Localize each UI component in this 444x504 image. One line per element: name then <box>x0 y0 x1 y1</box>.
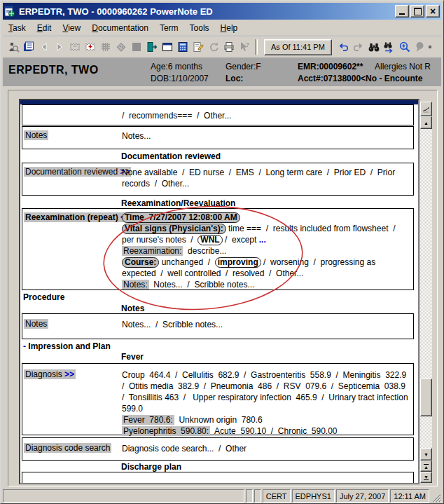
partial-bottom-row <box>22 472 414 484</box>
status-bar: CERT EDPHYS1 July 27, 2007 12:11 AM <box>3 488 441 503</box>
scroll-down-button[interactable]: ▼ <box>420 448 432 461</box>
window-title: ERPEDTR, TWO - 0000960262 PowerNote ED <box>19 6 394 17</box>
wnl-term[interactable]: WNL <box>197 235 222 245</box>
documentation-reviewed-term[interactable]: Documentation reviewed >> <box>24 167 131 177</box>
patient-allergies: Allergies Not R <box>375 62 431 71</box>
menu-documentation[interactable]: Documentation <box>86 22 154 34</box>
reexamination-term[interactable]: Reexamination (repeat) << <box>24 212 132 222</box>
notes-options-2[interactable]: Notes... / Scribble notes... <box>122 320 223 329</box>
improving-term[interactable]: improving <box>215 257 261 268</box>
notes-options[interactable]: Notes... <box>122 131 151 141</box>
patient-age: Age:6 months <box>151 62 202 71</box>
fever-key[interactable]: Fever 780.6: <box>122 415 174 425</box>
menu-help[interactable]: Help <box>215 22 244 34</box>
diagnosis-code-search-term[interactable]: Diagnosis code search <box>24 443 111 453</box>
maximize-button[interactable] <box>410 5 424 18</box>
forms-icon <box>113 39 129 55</box>
menu-tools[interactable]: Tools <box>184 22 215 34</box>
notes-term-2[interactable]: Notes <box>24 319 48 329</box>
document-area: / recommends=== / Other... Notes Notes..… <box>19 99 419 484</box>
vital-signs-term[interactable]: Vital signs (Physician's): <box>122 224 226 234</box>
close-button[interactable]: × <box>426 5 440 18</box>
patient-account: Acct#:07138000<No - Encounte <box>298 74 422 83</box>
toolbar-separator <box>255 39 258 55</box>
document-scrollbar: ▲ ▼ ▲ ▼ <box>420 102 432 483</box>
jump-to-top-button[interactable]: ▲ <box>420 461 432 472</box>
undo-icon[interactable] <box>335 39 351 55</box>
course-options-1[interactable]: unchanged / <box>159 257 214 267</box>
calculator-icon[interactable] <box>175 39 190 55</box>
scrollbar-thumb[interactable] <box>420 379 432 416</box>
scroll-up-button[interactable]: ▲ <box>420 116 432 129</box>
diagnosis-code-search-options[interactable]: Diagnosis code search... / Other <box>122 444 247 454</box>
course-term[interactable]: Course: <box>122 257 159 268</box>
back-icon <box>36 39 52 55</box>
window-icon[interactable] <box>160 39 175 55</box>
notes-row: Notes Notes... <box>22 126 414 149</box>
patient-banner: ERPEDTR, TWO Age:6 months DOB:1/10/2007 … <box>3 57 441 86</box>
down-arrow-icon: ▼ <box>424 452 429 457</box>
scrollbar-track[interactable] <box>420 129 432 448</box>
documentation-reviewed-row: Documentation reviewed >> None available… <box>22 163 414 196</box>
print-icon[interactable] <box>221 39 237 55</box>
diagnosis-term[interactable]: Diagnosis >> <box>24 369 76 379</box>
status-date: July 27, 2007 <box>336 489 389 503</box>
zoom-in-icon[interactable] <box>397 39 412 55</box>
reexamination-key[interactable]: Reexamination: <box>122 246 183 256</box>
title-bar: ERPEDTR, TWO - 0000960262 PowerNote ED × <box>3 3 441 20</box>
partial-paragraph-text[interactable]: / recommends=== / Other... <box>122 111 231 121</box>
side-header-impression[interactable]: - Impression and Plan <box>23 341 111 351</box>
time-term[interactable]: Time 7/27/2007 12:08:00 AM <box>122 212 240 223</box>
collapse-dash: - <box>23 341 26 351</box>
menu-edit[interactable]: Edit <box>32 22 57 34</box>
redo-icon <box>351 39 366 55</box>
diagnosis-row: Diagnosis >> Croup 464.4 / Cellulitis 68… <box>22 363 414 435</box>
patient-gender: Gender:F <box>226 62 261 71</box>
documentation-reviewed-options[interactable]: None available / ED nurse / EMS / Long t… <box>122 168 398 189</box>
toolbar-overflow-icon[interactable] <box>428 39 433 55</box>
diagnosis-options[interactable]: Croup 464.4 / Cellulitis 682.9 / Gastroe… <box>122 370 412 414</box>
bar-icon <box>424 479 429 480</box>
find-icon[interactable] <box>366 39 382 55</box>
expand-control-diagnosis[interactable]: >> <box>64 369 74 379</box>
context-help-icon: ? <box>237 39 252 55</box>
powernote-window: ERPEDTR, TWO - 0000960262 PowerNote ED ×… <box>0 0 444 504</box>
structure-view-button[interactable] <box>420 102 432 116</box>
zoom-tool-icon[interactable] <box>412 39 428 55</box>
pyelonephritis-options[interactable]: Acute 590.10 / Chronic 590.00 <box>210 426 337 436</box>
menu-view[interactable]: View <box>57 22 86 34</box>
menu-task[interactable]: Task <box>3 22 32 34</box>
refresh-icon <box>206 39 221 55</box>
reexamination-row: Reexamination (repeat) << Time 7/27/2007… <box>22 208 414 290</box>
notes-key[interactable]: Notes: <box>122 280 149 290</box>
grid-icon <box>98 39 113 55</box>
find-next-icon[interactable] <box>382 39 397 55</box>
partial-paragraph-row: / recommends=== / Other... <box>22 104 414 125</box>
minimize-button[interactable] <box>395 5 409 18</box>
patient-search-icon[interactable] <box>6 39 21 55</box>
flowsheet-add-icon <box>83 39 98 55</box>
ad-hoc-charting-icon[interactable] <box>190 39 206 55</box>
as-of-button[interactable]: As Of 11:41 PM <box>264 39 332 55</box>
pyelonephritis-key[interactable]: Pyelonephritis 590.80: <box>122 426 210 436</box>
up-arrow-icon: ▲ <box>424 121 429 125</box>
menu-term[interactable]: Term <box>154 22 184 34</box>
status-time: 12:11 AM <box>390 489 429 503</box>
menu-bar: Task Edit View Documentation Term Tools … <box>3 20 441 36</box>
section-reexamination: Reexamination/Reevaluation <box>121 198 235 208</box>
exit-icon[interactable] <box>144 39 160 55</box>
notes-term[interactable]: Notes <box>24 130 48 140</box>
section-discharge-plan: Discharge plan <box>121 462 181 472</box>
organizer-icon[interactable] <box>21 39 36 55</box>
notes-options-inline[interactable]: Notes... / Scribble notes... <box>149 280 255 290</box>
reexamination-options[interactable]: describe... <box>183 246 226 256</box>
vital-signs-options-2[interactable]: / except <box>223 235 259 245</box>
section-fever: Fever <box>121 352 144 362</box>
blank-square-icon <box>129 39 144 55</box>
resize-grip[interactable] <box>431 489 441 503</box>
more-ellipsis[interactable]: ... <box>259 235 266 245</box>
status-cell-empty-2 <box>254 489 261 503</box>
jump-to-bottom-button[interactable]: ▼ <box>420 472 432 483</box>
fever-options[interactable]: Unknown origin 780.6 <box>174 415 263 425</box>
side-header-procedure: Procedure <box>23 292 64 302</box>
